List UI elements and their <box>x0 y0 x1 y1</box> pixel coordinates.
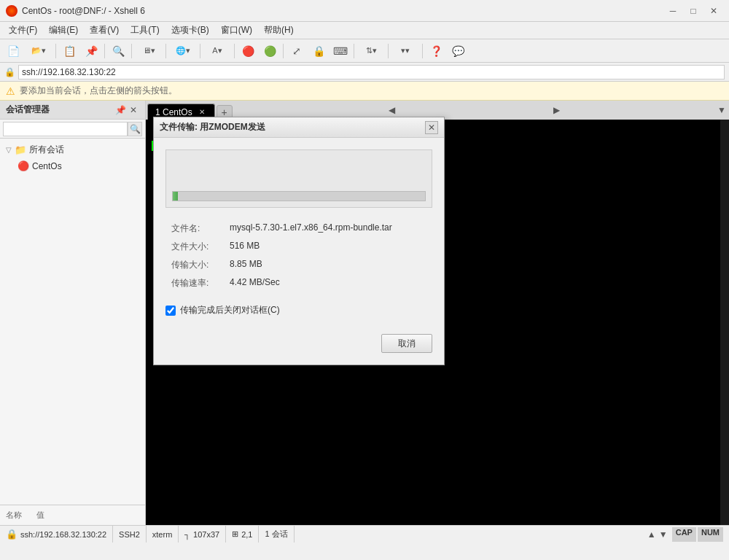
cancel-button[interactable]: 取消 <box>381 334 432 353</box>
info-row-filename: 文件名: mysql-5.7.30-1.el7.x86_64.rpm-bundl… <box>165 219 432 238</box>
filename-value: mysql-5.7.30-1.el7.x86_64.rpm-bundle.tar <box>224 219 432 238</box>
modal-dialog: 文件传输: 用ZMODEM发送 ✕ 文件名: mysql-5.7.30-1.el… <box>153 117 445 365</box>
filename-label: 文件名: <box>165 219 224 238</box>
modal-body: 文件名: mysql-5.7.30-1.el7.x86_64.rpm-bundl… <box>154 138 444 365</box>
filesize-label: 文件大小: <box>165 238 224 256</box>
filesize-value: 516 MB <box>224 238 432 256</box>
info-row-transferred: 传输大小: 8.85 MB <box>165 256 432 274</box>
transferred-value: 8.85 MB <box>224 256 432 274</box>
modal-title-bar: 文件传输: 用ZMODEM发送 ✕ <box>154 117 444 138</box>
info-row-filesize: 文件大小: 516 MB <box>165 238 432 256</box>
modal-title: 文件传输: 用ZMODEM发送 <box>160 121 265 133</box>
close-after-transfer-label[interactable]: 传输完成后关闭对话框(C) <box>180 304 280 316</box>
modal-overlay: 文件传输: 用ZMODEM发送 ✕ 文件名: mysql-5.7.30-1.el… <box>0 0 729 560</box>
progress-bar-fill <box>173 192 178 201</box>
modal-close-button[interactable]: ✕ <box>425 121 438 134</box>
modal-footer: 取消 <box>165 328 432 353</box>
info-table: 文件名: mysql-5.7.30-1.el7.x86_64.rpm-bundl… <box>165 219 432 292</box>
transferred-label: 传输大小: <box>165 256 224 274</box>
progress-area <box>165 149 432 208</box>
close-after-transfer-checkbox[interactable] <box>165 306 176 316</box>
checkbox-row: 传输完成后关闭对话框(C) <box>165 304 432 316</box>
speed-value: 4.42 MB/Sec <box>224 274 432 292</box>
info-row-speed: 传输速率: 4.42 MB/Sec <box>165 274 432 292</box>
speed-label: 传输速率: <box>165 274 224 292</box>
progress-bar-container <box>172 191 426 201</box>
